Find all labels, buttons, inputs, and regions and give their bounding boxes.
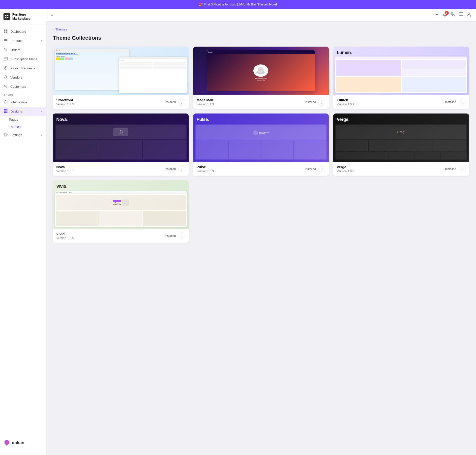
notification-bell[interactable]: 3 [443, 12, 447, 18]
hamburger-menu[interactable]: ≡ [51, 12, 54, 18]
sidebar-item-label: Products [10, 39, 23, 43]
theme-card-nova: Nova. [53, 114, 189, 176]
sidebar-item-settings[interactable]: Settings ▾ [0, 130, 46, 140]
theme-status: Installed ⋮ [445, 166, 466, 172]
sidebar-item-label: Integrations [10, 100, 27, 104]
more-options-button[interactable]: ⋮ [459, 99, 466, 106]
vendors-icon [3, 75, 8, 80]
sidebar-item-label: Dashboard [10, 30, 26, 33]
theme-card-megamall: MegaU. [193, 47, 329, 109]
theme-grid: We are Providing Best Products Trending … [53, 47, 469, 243]
theme-details: Verge Version 1.0.8 [337, 165, 354, 173]
products-icon [3, 38, 8, 43]
more-options-button[interactable]: ⋮ [459, 166, 466, 172]
theme-version: Version 1.0.7 [56, 170, 74, 173]
svg-rect-3 [7, 17, 8, 18]
theme-details: Pulse Version 1.0.9 [197, 165, 214, 173]
theme-status: Installed ⋮ [165, 232, 185, 239]
theme-status: Installed ⋮ [445, 99, 466, 106]
theme-card-pulse: Pulse. Sport EssentialsYoga Mats [193, 114, 329, 176]
sidebar-item-label: Designs [10, 110, 22, 113]
phone-icon[interactable] [451, 12, 455, 18]
promo-banner: 🎉 First 3 Months for Just $1/Month Get S… [0, 0, 476, 9]
svg-point-16 [5, 85, 6, 86]
theme-info-verge: Verge Version 1.0.8 Installed ⋮ [333, 162, 469, 176]
designs-icon [3, 109, 8, 114]
theme-status: Installed ⋮ [165, 166, 185, 172]
theme-name: Pulse [197, 165, 214, 169]
chat-icon[interactable] [459, 12, 463, 18]
sidebar-item-orders[interactable]: Orders [0, 45, 46, 55]
svg-rect-4 [4, 29, 5, 31]
banner-cta[interactable]: Get Started Now! [251, 2, 277, 6]
sidebar-item-subscription[interactable]: Subscription Plans [0, 55, 46, 64]
svg-rect-0 [5, 15, 6, 16]
more-options-button[interactable]: ⋮ [178, 99, 185, 106]
installed-badge: Installed [445, 100, 456, 104]
theme-name: Mega Mall [197, 98, 214, 102]
mail-icon[interactable] [435, 12, 439, 18]
user-avatar[interactable] [467, 12, 471, 18]
more-options-button[interactable]: ⋮ [318, 166, 325, 172]
svg-rect-5 [6, 29, 7, 31]
settings-icon [3, 133, 8, 137]
more-options-button[interactable]: ⋮ [318, 99, 325, 106]
sidebar-sub-pages[interactable]: Pages [0, 116, 46, 123]
svg-rect-21 [6, 109, 7, 110]
theme-info-vivid: Vivid Version 1.0.6 Installed ⋮ [53, 229, 189, 243]
theme-version: Version 1.0.9 [197, 170, 214, 173]
theme-version: Version 1.1.3 [197, 103, 214, 106]
dokan-logo-text: dokan [12, 440, 24, 445]
sidebar-nav: Dashboard Products ▾ [0, 25, 46, 436]
theme-status: Installed ⋮ [305, 99, 326, 106]
more-options-button[interactable]: ⋮ [178, 166, 185, 172]
theme-name: Nova [56, 165, 74, 169]
breadcrumb-link[interactable]: Themes [55, 28, 67, 31]
theme-version: Version 1.0.8 [337, 170, 354, 173]
theme-details: Storefront Version 2.1.3 [56, 98, 74, 106]
sidebar-item-label: Payout Requests [10, 66, 35, 70]
theme-name: Storefront [56, 98, 74, 102]
theme-details: Nova Version 1.0.7 [56, 165, 74, 173]
theme-card-storefront: We are Providing Best Products Trending … [53, 47, 189, 109]
sidebar-logo: Furniture Marketplace [0, 9, 46, 25]
sidebar-item-label: Vendors [10, 76, 22, 79]
sidebar-item-vendors[interactable]: Vendors [0, 73, 46, 82]
theme-name: Vivid [56, 232, 74, 236]
svg-rect-27 [6, 112, 7, 113]
svg-rect-2 [5, 17, 6, 18]
sidebar-item-integrations[interactable]: Integrations [0, 98, 46, 107]
header-left: ≡ [51, 12, 54, 18]
theme-card-lumen: Lumen. [333, 47, 469, 109]
sidebar: Furniture Marketplace Dashboard [0, 9, 46, 455]
theme-preview-verge: Verge. MacBook ProSupercharged [333, 114, 469, 162]
customers-icon [3, 84, 8, 89]
theme-preview-storefront: We are Providing Best Products Trending … [53, 47, 189, 95]
theme-info-storefront: Storefront Version 2.1.3 Installed ⋮ [53, 95, 189, 109]
theme-info-megamall: Mega Mall Version 1.1.3 Installed ⋮ [193, 95, 329, 109]
installed-badge: Installed [165, 167, 176, 171]
sidebar-sub-themes[interactable]: Themes [0, 123, 46, 130]
svg-rect-24 [6, 111, 7, 112]
sidebar-item-payout[interactable]: Payout Requests [0, 64, 46, 73]
svg-rect-20 [5, 109, 6, 110]
svg-rect-9 [4, 40, 7, 41]
sidebar-item-designs[interactable]: Designs ▾ [0, 107, 46, 116]
svg-point-30 [468, 13, 470, 15]
sidebar-item-label: Settings [10, 133, 22, 137]
admin-section-label: ADMIN [0, 91, 46, 98]
chevron-up-icon: ▾ [41, 110, 42, 113]
sidebar-item-label: Customers [10, 85, 26, 88]
main-content: ≡ 3 [46, 9, 476, 455]
theme-preview-vivid: Vivid. Vivid Select Categories Pages [53, 180, 189, 229]
sidebar-item-customers[interactable]: Customers [0, 82, 46, 91]
more-options-button[interactable]: ⋮ [178, 232, 185, 239]
sidebar-item-products[interactable]: Products ▾ [0, 36, 46, 45]
sidebar-item-label: Subscription Plans [10, 57, 37, 61]
chevron-down-icon: ▾ [41, 134, 42, 136]
theme-info-lumen: Lumen Version 1.0.9 Installed ⋮ [333, 95, 469, 109]
svg-rect-25 [4, 112, 5, 113]
svg-rect-26 [5, 112, 6, 113]
sidebar-item-dashboard[interactable]: Dashboard [0, 27, 46, 36]
theme-preview-lumen: Lumen. [333, 47, 469, 95]
